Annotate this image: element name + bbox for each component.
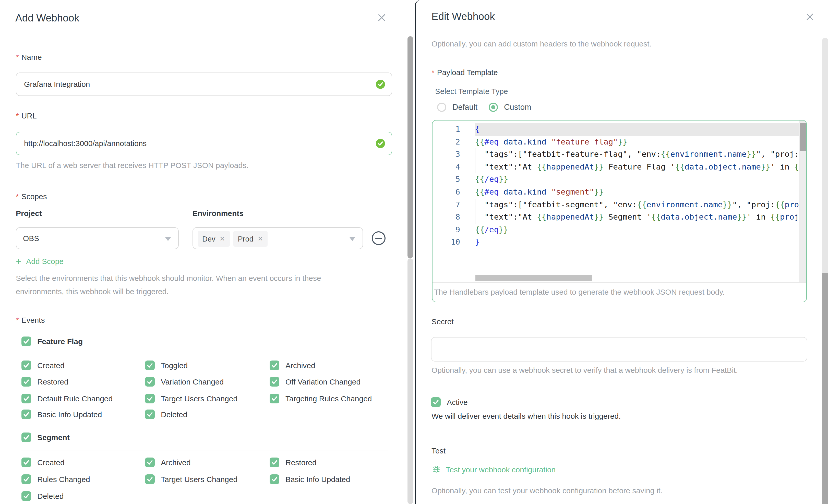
url-input[interactable]: http://localhost:3000/api/annotations: [16, 132, 392, 155]
plus-icon: +: [16, 256, 22, 266]
active-label: Active: [447, 397, 468, 407]
event-checkbox-label: Targeting Rules Changed: [285, 394, 372, 404]
event-group-checkbox[interactable]: [22, 432, 31, 442]
payload-template-label: *Payload Template: [431, 68, 498, 77]
url-label: *URL: [16, 111, 37, 121]
required-asterisk: *: [431, 68, 434, 77]
line-number: 8: [432, 211, 460, 223]
remove-tag-icon[interactable]: ✕: [219, 235, 225, 243]
event-group-label: Feature Flag: [37, 337, 83, 346]
environments-column-label: Environments: [193, 209, 244, 217]
line-number: 2: [432, 135, 460, 148]
bug-icon: [431, 465, 441, 474]
remove-scope-button[interactable]: [371, 231, 386, 246]
active-note: We will deliver event details when this …: [431, 412, 621, 420]
event-group-divider: [21, 352, 388, 352]
test-webhook-link-label: Test your webhook configuration: [446, 465, 555, 474]
event-checkbox-label: Rules Changed: [37, 474, 90, 484]
remove-tag-icon[interactable]: ✕: [258, 235, 263, 243]
event-checkbox-label: Target Users Changed: [161, 394, 238, 404]
code-line: "tags":["featbit-feature-flag", "env:{{e…: [475, 148, 799, 161]
code-line: "tags":["featbit-segment", "env:{{enviro…: [475, 198, 799, 211]
event-checkbox-label: Created: [37, 458, 65, 467]
event-group-checkbox[interactable]: [22, 337, 31, 346]
radio-custom-label[interactable]: Custom: [504, 102, 531, 112]
event-checkbox[interactable]: [145, 474, 155, 484]
environment-tag[interactable]: Dev✕: [198, 231, 230, 247]
radio-default[interactable]: [437, 102, 446, 112]
event-checkbox[interactable]: [270, 458, 279, 467]
line-number: 9: [432, 224, 460, 236]
event-checkbox[interactable]: [22, 377, 31, 386]
secret-help-text: Optionally, you can use a webhook secret…: [431, 366, 738, 374]
environments-select[interactable]: Dev✕Prod✕: [193, 227, 363, 249]
line-number: 1: [432, 123, 460, 135]
radio-custom[interactable]: [489, 102, 498, 112]
environment-tag[interactable]: Prod✕: [233, 231, 267, 247]
add-scope-button[interactable]: + Add Scope: [16, 256, 64, 266]
valid-check-icon: [376, 139, 385, 150]
project-select[interactable]: OBS: [16, 227, 179, 249]
event-checkbox[interactable]: [22, 361, 31, 370]
line-number: 4: [432, 161, 460, 173]
environment-tag-label: Dev: [202, 235, 215, 243]
event-checkbox-label: Off Variation Changed: [285, 377, 361, 386]
name-input[interactable]: Grafana Integration: [16, 73, 392, 96]
code-line: "text":"At {{happenedAt}} Feature Flag '…: [475, 161, 799, 173]
event-checkbox-label: Variation Changed: [161, 377, 224, 386]
line-number: 10: [432, 236, 460, 249]
code-line: }: [475, 236, 799, 249]
event-checkbox[interactable]: [22, 474, 31, 484]
webhook-modals-screen: Add Webhook *Name Grafana Integration *U…: [0, 0, 828, 504]
template-type-label: Select Template Type: [435, 87, 508, 95]
editor-scroll-divider: [432, 282, 807, 283]
active-checkbox[interactable]: [431, 397, 441, 407]
url-input-value: http://localhost:3000/api/annotations: [16, 132, 392, 155]
event-checkbox-label: Restored: [37, 377, 69, 386]
event-checkbox[interactable]: [145, 394, 155, 404]
event-checkbox[interactable]: [145, 458, 155, 467]
event-checkbox[interactable]: [270, 474, 279, 484]
event-checkbox-label: Target Users Changed: [161, 474, 238, 484]
test-help-text: Optionally, you can test your webhook co…: [431, 486, 663, 495]
left-modal-scrollbar-track[interactable]: [408, 258, 413, 504]
event-checkbox[interactable]: [270, 361, 279, 370]
required-asterisk: *: [16, 53, 19, 61]
event-checkbox[interactable]: [145, 361, 155, 370]
event-checkbox[interactable]: [22, 394, 31, 404]
environment-tag-label: Prod: [238, 235, 253, 243]
page-scrollbar-thumb[interactable]: [822, 273, 828, 504]
event-checkbox[interactable]: [270, 377, 279, 386]
event-checkbox[interactable]: [270, 394, 279, 404]
secret-input[interactable]: [431, 337, 807, 362]
radio-default-label[interactable]: Default: [452, 102, 478, 112]
editor-horizontal-scrollbar-thumb[interactable]: [475, 275, 592, 281]
custom-headers-help-text: Optionally, you can add custom headers t…: [431, 39, 652, 48]
event-checkbox[interactable]: [145, 377, 155, 386]
event-checkbox[interactable]: [145, 410, 155, 419]
event-checkbox[interactable]: [22, 410, 31, 419]
event-checkbox-label: Restored: [285, 458, 317, 467]
event-checkbox[interactable]: [22, 458, 31, 467]
url-help-text: The URL of a web server that receives HT…: [16, 161, 249, 170]
payload-template-code-editor[interactable]: 12345678910 {{{#eq data.kind "feature fl…: [432, 120, 807, 302]
event-checkbox-label: Toggled: [161, 361, 188, 370]
code-line: {{/eq}}: [475, 224, 799, 236]
event-checkbox-label: Deleted: [37, 491, 64, 501]
event-checkbox[interactable]: [22, 491, 31, 501]
test-webhook-link[interactable]: Test your webhook configuration: [431, 465, 555, 474]
environment-tag-list: Dev✕Prod✕: [198, 231, 272, 247]
event-checkbox-label: Basic Info Updated: [37, 410, 102, 419]
required-asterisk: *: [16, 192, 19, 201]
required-asterisk: *: [16, 111, 19, 120]
chevron-down-icon: [165, 237, 171, 241]
left-modal-scrollbar-thumb[interactable]: [408, 36, 413, 258]
close-icon[interactable]: [376, 12, 387, 23]
close-icon[interactable]: [804, 11, 816, 23]
code-line: {{#eq data.kind "segment"}}: [475, 186, 799, 198]
code-line: "text":"At {{happenedAt}} Segment '{{dat…: [475, 211, 799, 223]
editor-vertical-scrollbar-thumb[interactable]: [800, 123, 806, 151]
add-webhook-title: Add Webhook: [15, 12, 79, 24]
line-number: 7: [432, 198, 460, 211]
add-webhook-modal: Add Webhook *Name Grafana Integration *U…: [0, 0, 414, 504]
